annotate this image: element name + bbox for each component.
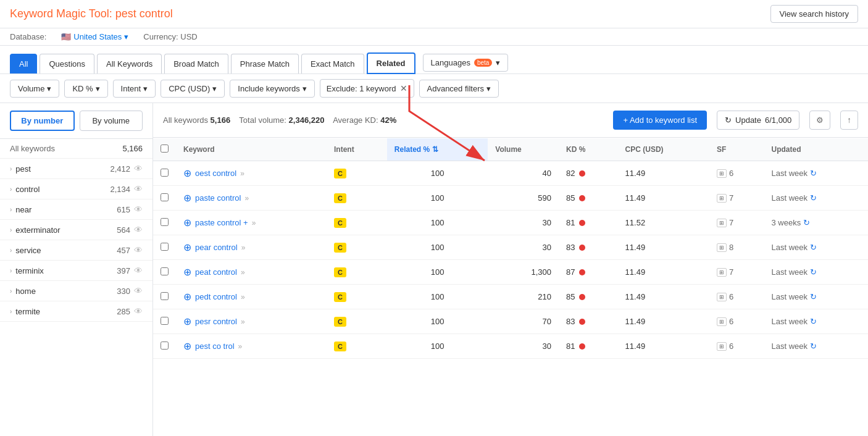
updated-text: Last week (772, 342, 808, 351)
row-checkbox[interactable] (161, 169, 169, 177)
database-selector[interactable]: 🇺🇸 United States ▾ (61, 32, 128, 41)
tab-phrase-match[interactable]: Phrase Match (231, 54, 299, 73)
eye-icon[interactable]: 👁 (134, 266, 143, 275)
row-checkbox[interactable] (161, 317, 169, 325)
keyword-text: peat control (195, 267, 237, 277)
eye-icon[interactable]: 👁 (134, 306, 143, 316)
cpc-filter[interactable]: CPC (USD) ▾ (161, 80, 225, 98)
expand-icon[interactable]: » (241, 243, 246, 252)
refresh-icon[interactable]: ↻ (810, 243, 817, 252)
volume-cell: 1,300 (488, 260, 559, 285)
add-keyword-icon[interactable]: ⊕ (183, 316, 191, 327)
sidebar-item[interactable]: › home 330 👁 (0, 281, 152, 301)
add-keyword-icon[interactable]: ⊕ (183, 167, 191, 179)
sidebar-item[interactable]: › terminix 397 👁 (0, 261, 152, 281)
expand-icon[interactable]: » (244, 194, 249, 203)
tab-broad-match[interactable]: Broad Match (164, 54, 228, 73)
languages-button[interactable]: Languages beta ▾ (423, 54, 509, 72)
add-to-keyword-list-button[interactable]: + Add to keyword list (613, 111, 707, 130)
kd-cell: 83 (559, 309, 618, 334)
volume-cell: 30 (488, 235, 559, 260)
intent-filter[interactable]: Intent ▾ (113, 80, 156, 98)
update-button[interactable]: ↻ Update 6/1,000 (717, 111, 799, 130)
tab-exact-match[interactable]: Exact Match (301, 54, 364, 73)
expand-icon[interactable]: » (238, 342, 243, 351)
keyword-link[interactable]: ⊕ pedt control » (183, 291, 319, 303)
title-area: Keyword Magic Tool: pest control (10, 7, 173, 20)
keyword-link[interactable]: ⊕ pest co trol » (183, 340, 319, 352)
expand-icon[interactable]: » (241, 268, 245, 277)
refresh-icon[interactable]: ↻ (810, 342, 817, 351)
sf-icon: ⊞ (717, 293, 727, 301)
keyword-link[interactable]: ⊕ pear control » (183, 241, 319, 253)
table-row: ⊕ peat control » C 100 1,300 87 11.49 ⊞ … (153, 260, 868, 285)
add-keyword-icon[interactable]: ⊕ (183, 192, 191, 204)
related-pct-column-header[interactable]: Related % ⇅ (387, 138, 488, 161)
add-keyword-icon[interactable]: ⊕ (183, 291, 191, 303)
sidebar-item[interactable]: › exterminator 564 👁 (0, 220, 152, 240)
keyword-link[interactable]: ⊕ peat control » (183, 266, 319, 278)
include-keywords-filter[interactable]: Include keywords ▾ (230, 80, 314, 98)
tab-all[interactable]: All (10, 54, 37, 73)
updated-cell: Last week ↻ (764, 235, 868, 260)
sidebar-total-row: All keywords 5,166 (0, 139, 152, 159)
advanced-filters-button[interactable]: Advanced filters ▾ (419, 80, 499, 98)
tab-questions[interactable]: Questions (40, 54, 94, 73)
row-checkbox[interactable] (161, 267, 169, 275)
kd-filter[interactable]: KD % ▾ (64, 80, 107, 98)
keyword-link[interactable]: ⊕ oest control » (183, 167, 319, 179)
row-checkbox[interactable] (161, 193, 169, 201)
refresh-icon[interactable]: ↻ (810, 267, 817, 277)
expand-icon[interactable]: » (241, 317, 245, 326)
filters-bar: Volume ▾ KD % ▾ Intent ▾ CPC (USD) ▾ Inc… (0, 74, 868, 103)
row-checkbox[interactable] (161, 342, 169, 350)
chevron-right-icon: › (10, 288, 12, 295)
eye-icon[interactable]: 👁 (134, 184, 143, 194)
sidebar-item[interactable]: › control 2,134 👁 (0, 179, 152, 199)
keyword-link[interactable]: ⊕ paste control » (183, 192, 319, 204)
sidebar-item[interactable]: › termite 285 👁 (0, 301, 152, 322)
add-keyword-icon[interactable]: ⊕ (183, 340, 191, 352)
row-checkbox[interactable] (161, 218, 169, 226)
sidebar-item[interactable]: › service 457 👁 (0, 240, 152, 261)
tab-all-keywords[interactable]: All Keywords (97, 54, 162, 73)
export-button[interactable]: ↑ (840, 111, 858, 130)
keyword-link[interactable]: ⊕ paste control + » (183, 217, 319, 228)
eye-icon[interactable]: 👁 (134, 204, 143, 214)
refresh-icon[interactable]: ↻ (810, 292, 817, 301)
add-keyword-icon[interactable]: ⊕ (183, 217, 191, 228)
eye-icon[interactable]: 👁 (134, 164, 143, 174)
eye-icon[interactable]: 👁 (134, 286, 143, 296)
sidebar-keyword-label: termite (15, 307, 40, 316)
keyword-cell: ⊕ paste control + » (176, 211, 327, 235)
page-title: Keyword Magic Tool: pest control (10, 7, 173, 20)
select-all-checkbox[interactable] (161, 145, 169, 153)
related-pct-cell: 100 (387, 161, 488, 186)
sidebar-item[interactable]: › near 615 👁 (0, 199, 152, 220)
refresh-icon[interactable]: ↻ (810, 193, 817, 203)
refresh-icon[interactable]: ↻ (803, 218, 810, 227)
eye-icon[interactable]: 👁 (134, 245, 143, 255)
view-history-button[interactable]: View search history (770, 5, 858, 23)
expand-icon[interactable]: » (240, 169, 244, 178)
refresh-icon[interactable]: ↻ (810, 169, 817, 178)
sort-by-number-button[interactable]: By number (10, 111, 75, 131)
refresh-icon[interactable]: ↻ (810, 317, 817, 326)
expand-icon[interactable]: » (241, 293, 245, 301)
sidebar-keyword-count: 285 👁 (117, 306, 143, 316)
add-keyword-icon[interactable]: ⊕ (183, 241, 191, 253)
expand-icon[interactable]: » (252, 219, 256, 227)
eye-icon[interactable]: 👁 (134, 225, 143, 235)
chevron-down-icon: ▾ (96, 84, 100, 93)
keyword-link[interactable]: ⊕ pesr control » (183, 316, 319, 327)
sort-by-volume-button[interactable]: By volume (80, 111, 143, 131)
add-keyword-icon[interactable]: ⊕ (183, 266, 191, 278)
settings-button[interactable]: ⚙ (809, 111, 830, 130)
exclude-clear-button[interactable]: ✕ (400, 83, 407, 93)
volume-filter[interactable]: Volume ▾ (10, 80, 59, 98)
row-checkbox[interactable] (161, 243, 169, 251)
sf-icon: ⊞ (717, 342, 727, 351)
tab-related[interactable]: Related (367, 52, 415, 74)
sidebar-item[interactable]: › pest 2,412 👁 (0, 159, 152, 179)
row-checkbox[interactable] (161, 292, 169, 300)
